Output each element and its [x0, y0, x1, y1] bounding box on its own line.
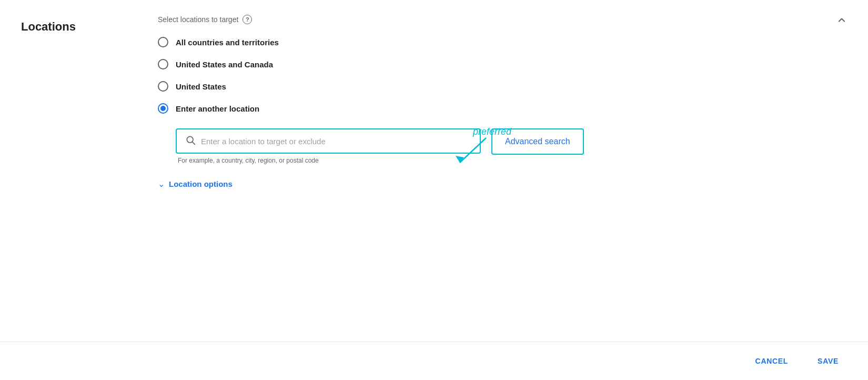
section-title: Locations [21, 15, 126, 321]
svg-line-1 [193, 142, 195, 145]
radio-label-all: All countries and territories [176, 38, 279, 47]
collapse-section-button[interactable] [836, 15, 847, 28]
chevron-down-icon: ⌄ [158, 179, 165, 189]
radio-circle-another [158, 103, 168, 114]
radio-circle-us [158, 81, 168, 92]
radio-label-us-canada: United States and Canada [176, 60, 273, 69]
search-input-box [176, 128, 481, 154]
location-search-input[interactable] [201, 137, 471, 146]
radio-label-us: United States [176, 82, 226, 91]
radio-all-countries[interactable]: All countries and territories [158, 37, 847, 47]
page-container: Locations Select locations to target ? A… [0, 0, 868, 380]
radio-us-canada[interactable]: United States and Canada [158, 59, 847, 69]
location-options-label: Location options [169, 179, 233, 188]
help-icon[interactable]: ? [243, 15, 252, 24]
advanced-search-button[interactable]: Advanced search [491, 128, 584, 155]
main-content: Locations Select locations to target ? A… [0, 0, 868, 321]
radio-circle-all [158, 37, 168, 47]
radio-label-another: Enter another location [176, 104, 259, 113]
search-icon [185, 135, 196, 147]
search-hint: For example, a country, city, region, or… [178, 157, 481, 164]
cancel-button[interactable]: CANCEL [747, 353, 797, 369]
select-label-row: Select locations to target ? [158, 15, 847, 24]
location-search-row: For example, a country, city, region, or… [176, 128, 847, 164]
save-button[interactable]: SAVE [809, 353, 847, 369]
chevron-up-icon [836, 15, 847, 25]
footer: CANCEL SAVE [0, 342, 868, 380]
search-input-container: For example, a country, city, region, or… [176, 128, 481, 164]
content-area: Select locations to target ? All countri… [126, 15, 847, 321]
radio-another-location[interactable]: Enter another location [158, 103, 847, 114]
radio-circle-us-canada [158, 59, 168, 69]
select-locations-label: Select locations to target [158, 15, 238, 24]
location-options-row[interactable]: ⌄ Location options [158, 179, 847, 189]
radio-united-states[interactable]: United States [158, 81, 847, 92]
